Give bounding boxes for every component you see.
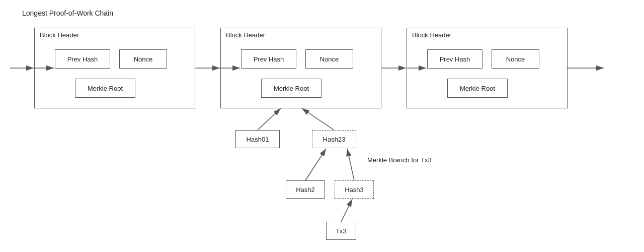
svg-line-13 — [341, 199, 352, 222]
svg-line-9 — [258, 108, 281, 130]
block3-label: Block Header — [412, 31, 451, 39]
block2: Block Header Prev Hash Nonce Merkle Root — [220, 28, 381, 108]
block3-nonce: Nonce — [492, 49, 539, 69]
hash2-box: Hash2 — [286, 180, 325, 199]
block1-prev-hash: Prev Hash — [55, 49, 110, 69]
hash3-box: Hash3 — [335, 180, 374, 199]
block3-prev-hash: Prev Hash — [427, 49, 482, 69]
block1-label: Block Header — [40, 31, 79, 39]
hash01-box: Hash01 — [235, 130, 280, 148]
block2-merkle-root: Merkle Root — [261, 79, 321, 98]
hash23-box: Hash23 — [312, 130, 356, 148]
block2-label: Block Header — [226, 31, 265, 39]
block2-prev-hash: Prev Hash — [241, 49, 296, 69]
block3: Block Header Prev Hash Nonce Merkle Root — [407, 28, 568, 108]
tx3-box: Tx3 — [326, 222, 356, 240]
page-title: Longest Proof-of-Work Chain — [22, 9, 113, 17]
svg-line-12 — [347, 149, 354, 180]
svg-line-11 — [305, 149, 326, 180]
block3-merkle-root: Merkle Root — [447, 79, 508, 98]
block1-nonce: Nonce — [119, 49, 167, 69]
block1: Block Header Prev Hash Nonce Merkle Root — [34, 28, 195, 108]
merkle-branch-label: Merkle Branch for Tx3 — [367, 156, 432, 164]
block1-merkle-root: Merkle Root — [75, 79, 135, 98]
block2-nonce: Nonce — [305, 49, 353, 69]
svg-line-10 — [302, 108, 334, 130]
